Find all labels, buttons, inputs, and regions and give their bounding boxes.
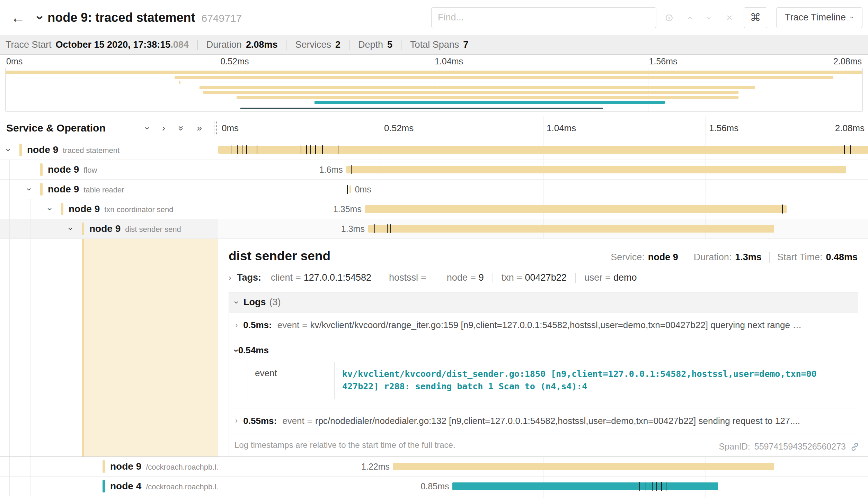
- span-bar-cell[interactable]: 1.6ms: [218, 160, 868, 179]
- link-icon[interactable]: [850, 442, 860, 452]
- span-row[interactable]: node 4/cockroach.roachpb.I...0.85ms: [0, 477, 868, 496]
- indent-guide: [72, 457, 72, 476]
- tag-key: hostssl: [389, 272, 418, 283]
- span-row[interactable]: ›node 9traced statement: [0, 140, 868, 160]
- meta-start-label: Start Time:: [777, 252, 823, 263]
- span-duration-label: 1.22ms: [361, 462, 390, 472]
- log-field-key: event: [277, 320, 300, 331]
- tag-key: client: [271, 272, 293, 283]
- service-name: node 9: [89, 223, 121, 234]
- prev-match-icon[interactable]: ›: [679, 12, 699, 24]
- span-row[interactable]: node 9flow1.6ms: [0, 160, 868, 180]
- find-input[interactable]: [431, 7, 656, 28]
- span-id-value: 5597415943526560273: [754, 442, 846, 452]
- span-names: node 9txn coordinator send: [69, 203, 174, 215]
- tag-item: txn=00427b22: [502, 272, 567, 283]
- span-name-cell[interactable]: node 9/cockroach.roachpb.I...: [0, 457, 218, 476]
- span-bar-cell[interactable]: 1.3ms: [218, 219, 868, 238]
- span-bar[interactable]: [349, 185, 351, 193]
- timeline-axis-tick: 0.52ms: [221, 56, 249, 66]
- log-marker-tick: [646, 482, 646, 491]
- focus-match-icon[interactable]: ⊙: [659, 11, 679, 24]
- span-name-cell[interactable]: ›node 9txn coordinator send: [0, 199, 218, 219]
- span-row[interactable]: ›node 9txn coordinator send1.35ms: [0, 199, 868, 219]
- trace-collapse-chevron-icon[interactable]: ›: [34, 15, 47, 20]
- log-entry-header[interactable]: › 0.54ms: [235, 345, 852, 356]
- collapse-chevron-icon[interactable]: ›: [4, 145, 13, 154]
- top-bar: ← › node 9: traced statement 6749717 ⊙ ›…: [0, 0, 868, 35]
- collapse-chevron-icon[interactable]: ›: [67, 224, 76, 233]
- span-bar[interactable]: [368, 225, 774, 233]
- span-row[interactable]: ›node 9dist sender send1.3ms: [0, 219, 868, 239]
- span-name-cell[interactable]: node 4/cockroach.roachpb.I...: [0, 477, 218, 496]
- span-bar[interactable]: [346, 166, 846, 173]
- span-bar[interactable]: [393, 463, 774, 470]
- span-id: SpanID: 5597415943526560273: [719, 442, 860, 452]
- tags-row[interactable]: › Tags: client=127.0.0.1:54582hostssl=no…: [229, 272, 861, 283]
- column-gridline: [543, 116, 543, 140]
- collapse-chevron-icon[interactable]: ›: [46, 205, 55, 214]
- collapse-one-icon[interactable]: ›: [143, 127, 152, 130]
- keyboard-shortcuts-button[interactable]: ⌘: [744, 7, 767, 28]
- collapse-all-icon[interactable]: »: [176, 125, 186, 130]
- log-marker-tick: [656, 482, 657, 491]
- indent-guide: [51, 457, 51, 476]
- logs-header[interactable]: › Logs (3): [229, 292, 858, 313]
- span-bar[interactable]: [365, 205, 787, 213]
- log-marker-tick: [850, 145, 851, 154]
- tag-value: 127.0.0.1:54582: [304, 272, 371, 283]
- next-match-icon[interactable]: ›: [699, 12, 719, 24]
- log-marker-tick: [387, 224, 388, 233]
- span-bar-cell[interactable]: [218, 140, 868, 160]
- collapse-chevron-icon[interactable]: ›: [25, 185, 34, 194]
- minimap-canvas[interactable]: [6, 68, 862, 111]
- trace-title: node 9: traced statement: [47, 10, 195, 25]
- span-row[interactable]: ›node 9table reader0ms: [0, 180, 868, 199]
- span-bar-cell[interactable]: 0.85ms: [218, 477, 868, 496]
- trace-id: 6749717: [201, 12, 242, 24]
- span-name-cell[interactable]: ›node 9dist sender send: [0, 219, 218, 238]
- trace-summary-bar: Trace StartOctober 15 2020, 17:38:15.084…: [0, 35, 868, 55]
- indent-guide: [9, 160, 10, 179]
- log-entry[interactable]: › 0.5ms: event = kv/kvclient/kvcoord/ran…: [229, 313, 858, 338]
- expand-one-icon[interactable]: ›: [162, 124, 165, 133]
- meta-duration-value: 1.3ms: [735, 252, 762, 263]
- service-color-bar: [82, 223, 84, 235]
- span-names: node 4/cockroach.roachpb.I...: [110, 481, 218, 492]
- panel-resize-grip[interactable]: [214, 121, 217, 135]
- operation-name: dist sender send: [125, 225, 181, 234]
- span-name-cell[interactable]: node 9flow: [0, 160, 218, 179]
- minimap-span-bar: [203, 91, 738, 94]
- span-name-cell[interactable]: ›node 9table reader: [0, 180, 218, 199]
- span-name-cell[interactable]: ›node 9traced statement: [0, 140, 218, 160]
- span-detail-panel: dist sender send Service:node 9 Duration…: [218, 239, 868, 456]
- span-bar-cell[interactable]: 0ms: [218, 180, 868, 199]
- summary-label: Trace Start: [6, 39, 52, 50]
- log-marker-tick: [257, 145, 257, 154]
- tag-separator: [493, 273, 493, 283]
- span-bar[interactable]: [452, 482, 718, 490]
- span-bar-cell[interactable]: 1.35ms: [218, 199, 868, 219]
- meta-service-value: node 9: [648, 252, 678, 263]
- clear-find-icon[interactable]: ×: [719, 12, 739, 24]
- span-bar-cell[interactable]: 1.22ms: [218, 457, 868, 476]
- log-marker-tick: [844, 145, 845, 154]
- span-row[interactable]: node 9/cockroach.roachpb.I...1.22ms: [0, 457, 868, 477]
- minimap-span-bar: [179, 81, 180, 84]
- log-marker-tick: [390, 224, 391, 233]
- chevron-right-icon: ›: [235, 322, 238, 329]
- log-marker-tick: [301, 145, 301, 154]
- summary-value: October 15 2020, 17:38:15: [56, 39, 171, 50]
- span-duration-label: 1.35ms: [333, 204, 362, 214]
- service-color-bar: [61, 203, 63, 215]
- logs-count: (3): [269, 297, 281, 308]
- log-entry[interactable]: › 0.55ms: event = rpc/nodedialer/nodedia…: [229, 408, 858, 434]
- back-button[interactable]: ←: [6, 10, 30, 25]
- summary-value-suffix: .084: [170, 39, 189, 50]
- chevron-down-icon: ›: [232, 349, 241, 352]
- minimap-gridline: [220, 68, 220, 111]
- view-options-button[interactable]: Trace Timeline ›: [776, 7, 862, 28]
- tag-value: 9: [479, 272, 484, 283]
- expand-all-icon[interactable]: »: [197, 124, 202, 133]
- log-marker-tick: [237, 145, 238, 154]
